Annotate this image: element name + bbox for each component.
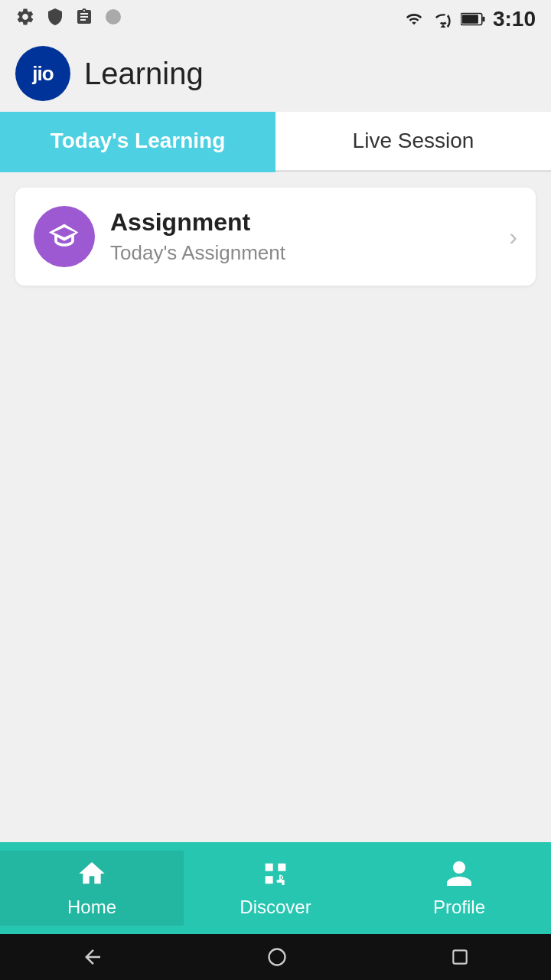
system-nav-bar xyxy=(0,934,551,980)
app-title: Learning xyxy=(84,57,204,91)
nav-profile[interactable]: Profile xyxy=(367,851,551,926)
main-content: jio Learning Today's Learning Live Sessi… xyxy=(0,38,551,842)
wifi-icon xyxy=(403,11,425,28)
status-icons-left xyxy=(15,7,122,31)
discover-icon xyxy=(260,858,291,892)
svg-rect-5 xyxy=(453,950,466,963)
svg-point-0 xyxy=(106,9,121,24)
svg-rect-3 xyxy=(462,15,478,24)
recents-button[interactable] xyxy=(450,947,470,967)
jio-logo: jio xyxy=(15,46,70,101)
assignment-title: Assignment xyxy=(110,208,494,237)
status-bar: 3:10 xyxy=(0,0,551,38)
assignment-text: Assignment Today's Assignment xyxy=(110,208,494,265)
home-icon xyxy=(77,858,107,892)
assignment-subtitle: Today's Assignment xyxy=(110,241,494,265)
shield-icon xyxy=(46,8,64,31)
battery-icon xyxy=(461,11,485,28)
tab-todays-learning[interactable]: Today's Learning xyxy=(0,112,276,170)
settings-icon xyxy=(15,7,35,31)
tabs-container: Today's Learning Live Session xyxy=(0,112,551,172)
svg-rect-2 xyxy=(482,17,484,21)
signal-icon xyxy=(433,11,453,28)
jio-logo-text: jio xyxy=(32,62,53,86)
bottom-nav: Home Discover Profile xyxy=(0,842,551,934)
assignment-card[interactable]: Assignment Today's Assignment › xyxy=(15,188,536,286)
graduation-cap-icon xyxy=(47,220,81,253)
content-area: Assignment Today's Assignment › xyxy=(0,172,551,301)
chevron-right-icon: › xyxy=(509,223,517,251)
nav-home-label: Home xyxy=(67,897,116,918)
nav-home[interactable]: Home xyxy=(0,851,184,926)
clipboard-icon xyxy=(75,8,93,31)
assignment-icon xyxy=(34,206,95,267)
nav-discover-label: Discover xyxy=(240,897,311,918)
nav-profile-label: Profile xyxy=(433,897,485,918)
svg-point-4 xyxy=(269,949,285,965)
home-button[interactable] xyxy=(266,946,288,968)
status-right: 3:10 xyxy=(403,7,536,31)
time-display: 3:10 xyxy=(493,7,536,31)
circle-icon xyxy=(104,8,122,31)
app-header: jio Learning xyxy=(0,38,551,112)
back-button[interactable] xyxy=(81,946,104,969)
nav-discover[interactable]: Discover xyxy=(184,851,367,926)
profile-icon xyxy=(444,858,474,892)
tab-live-session[interactable]: Live Session xyxy=(276,112,551,170)
